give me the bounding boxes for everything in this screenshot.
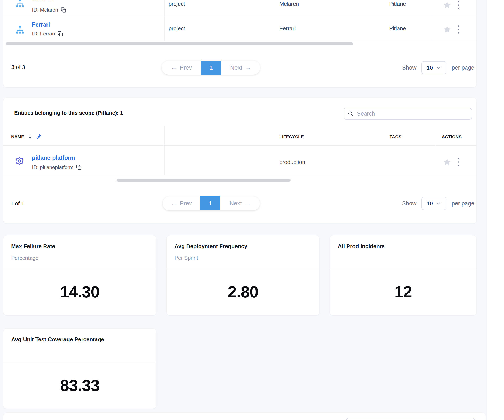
prev-arrow-icon: ← (171, 200, 177, 207)
bottom-search-input-partial[interactable] (346, 418, 475, 420)
prev-arrow-icon: ← (171, 64, 177, 71)
copy-icon[interactable] (61, 7, 66, 13)
row-divider (3, 17, 476, 17)
column-divider (435, 125, 435, 175)
prev-label: Prev (180, 64, 192, 71)
next-page-button[interactable]: Next → (220, 196, 260, 210)
column-header-name[interactable]: NAME (11, 135, 24, 139)
result-count: 3 of 3 (11, 64, 25, 71)
metric-value: 14.30 (3, 268, 156, 315)
page-size-select[interactable]: 10 (421, 197, 446, 210)
per-page-label: per page (452, 65, 474, 71)
row-menu-icon[interactable] (456, 1, 462, 9)
row-divider (3, 175, 476, 175)
prev-page-button[interactable]: ← Prev (162, 61, 201, 75)
next-page-button[interactable]: Next → (221, 61, 260, 75)
header-divider (3, 145, 476, 146)
chevron-down-icon (435, 65, 441, 71)
next-label: Next (229, 200, 242, 207)
page-number-button[interactable]: 1 (200, 196, 220, 210)
favorite-star-icon[interactable] (443, 1, 451, 9)
cell-owner: Mclaren (279, 1, 299, 7)
entities-table-card: Mclaren ID: Mclaren project Mclaren Pitl… (3, 0, 477, 87)
metric-subtitle: Per Sprint (174, 255, 198, 261)
cell-owner: Ferrari (279, 25, 296, 32)
horizontal-scrollbar[interactable] (117, 179, 291, 182)
metric-value: 83.33 (3, 362, 156, 408)
metric-title: Avg Unit Test Coverage Percentage (11, 336, 104, 343)
next-label: Next (230, 64, 242, 71)
page-scrollbar-gutter[interactable] (487, 0, 504, 420)
row-menu-icon[interactable] (456, 158, 462, 166)
section-title: Entities belonging to this scope (Pitlan… (14, 110, 123, 116)
cell-type: project (168, 1, 185, 7)
metric-card-max-failure-rate: Max Failure Rate Percentage 14.30 (3, 235, 156, 315)
pagination: ← Prev 1 Next → (162, 61, 260, 75)
metric-card-all-prod-incidents: All Prod Incidents 12 (330, 235, 477, 315)
metric-value: 12 (330, 268, 476, 315)
column-divider (164, 0, 165, 41)
search-icon (348, 111, 354, 117)
cell-lifecycle: production (279, 159, 305, 166)
search-field (343, 108, 472, 120)
metric-title: Avg Deployment Frequency (174, 243, 247, 250)
column-divider (432, 0, 432, 41)
column-header-lifecycle[interactable]: LIFECYCLE (279, 135, 304, 139)
metric-card-avg-deployment-frequency: Avg Deployment Frequency Per Sprint 2.80 (167, 235, 319, 315)
cell-type: project (168, 25, 185, 32)
result-count: 1 of 1 (10, 200, 24, 207)
favorite-star-icon[interactable] (443, 25, 451, 34)
horizontal-scrollbar[interactable] (6, 42, 353, 45)
metric-title: All Prod Incidents (338, 243, 385, 250)
pin-icon[interactable] (36, 134, 42, 140)
metric-card-unit-test-coverage: Avg Unit Test Coverage Percentage 83.33 (3, 328, 156, 409)
entity-id: ID: Mclaren (32, 7, 66, 13)
metric-subtitle: Percentage (11, 255, 38, 261)
entity-id: ID: Ferrari (32, 31, 63, 37)
column-header-tags[interactable]: TAGS (390, 135, 402, 139)
metric-title: Max Failure Rate (11, 243, 55, 250)
pagination: ← Prev 1 Next → (163, 196, 260, 210)
next-arrow-icon: → (245, 64, 251, 71)
org-chart-icon (15, 25, 25, 35)
page-size-value: 10 (427, 200, 433, 207)
org-chart-icon (15, 0, 25, 9)
entity-link[interactable]: Ferrari (32, 21, 50, 28)
column-divider (164, 125, 165, 175)
row-divider (3, 41, 476, 41)
prev-page-button[interactable]: ← Prev (163, 196, 200, 210)
page-size-value: 10 (427, 65, 433, 71)
entity-link[interactable]: Mclaren (32, 0, 54, 2)
page-number-button[interactable]: 1 (201, 61, 221, 75)
cell-scope: Pitlane (389, 25, 406, 32)
page-size-select[interactable]: 10 (421, 61, 446, 74)
search-input[interactable] (357, 111, 468, 117)
scope-entities-card: Entities belonging to this scope (Pitlan… (3, 98, 477, 224)
metric-value: 2.80 (167, 268, 319, 315)
entity-id-text: ID: Ferrari (32, 31, 55, 37)
entity-id-text: ID: pitlaneplatform (32, 164, 73, 170)
entity-id-text: ID: Mclaren (32, 7, 58, 13)
show-label: Show (402, 65, 417, 71)
sort-icon[interactable] (27, 134, 33, 140)
prev-label: Prev (180, 200, 192, 207)
favorite-star-icon[interactable] (443, 158, 451, 166)
column-header-actions: ACTIONS (442, 135, 462, 139)
cell-scope: Pitlane (389, 1, 406, 7)
entity-id: ID: pitlaneplatform (32, 164, 82, 170)
per-page-label: per page (452, 200, 474, 207)
next-arrow-icon: → (245, 200, 251, 207)
show-label: Show (402, 200, 417, 207)
copy-icon[interactable] (58, 31, 63, 36)
gear-icon (15, 156, 24, 166)
row-menu-icon[interactable] (456, 25, 462, 34)
copy-icon[interactable] (76, 165, 82, 170)
chevron-down-icon (435, 201, 441, 206)
bottom-card-partial (3, 412, 486, 420)
entity-link[interactable]: pitlane-platform (32, 155, 75, 161)
